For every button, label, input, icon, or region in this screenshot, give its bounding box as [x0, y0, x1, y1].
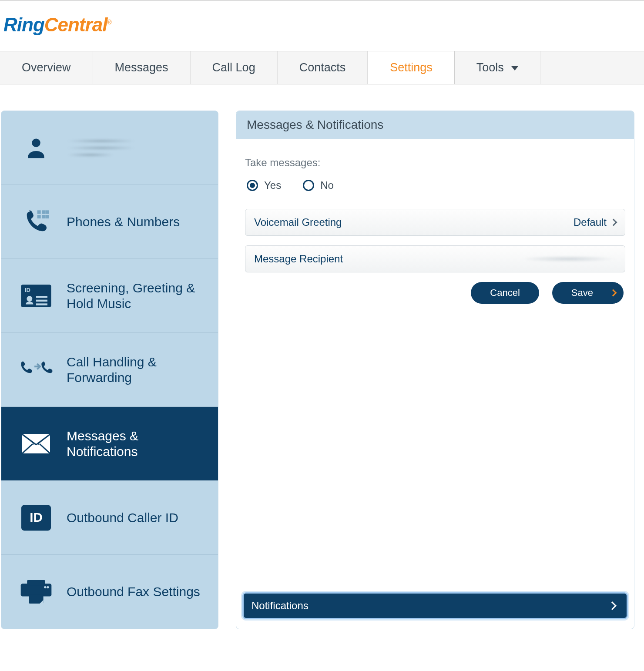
svg-rect-5: [42, 215, 45, 218]
chevron-down-icon: [511, 66, 518, 70]
user-name-redacted: [58, 136, 205, 160]
sidebar-item-label: Screening, Greeting & Hold Music: [58, 280, 205, 312]
notifications-label: Notifications: [252, 600, 309, 612]
sidebar-item-label: Outbound Caller ID: [58, 510, 205, 526]
sidebar-item-label: Call Handling & Forwarding: [58, 354, 205, 386]
id-badge-icon: ID: [14, 505, 58, 531]
tab-settings[interactable]: Settings: [368, 51, 455, 84]
radio-yes[interactable]: Yes: [247, 179, 281, 191]
content-area: Phones & Numbers ID Screening, Greeting …: [0, 84, 644, 629]
tab-calllog[interactable]: Call Log: [191, 51, 278, 84]
envelope-icon: [14, 434, 58, 453]
svg-point-29: [44, 586, 46, 588]
sidebar-item-label: Outbound Fax Settings: [58, 584, 205, 600]
panel-footer: Notifications: [236, 585, 634, 629]
sidebar-item-callhandling[interactable]: Call Handling & Forwarding: [1, 333, 218, 407]
sidebar-item-screening[interactable]: ID Screening, Greeting & Hold Music: [1, 259, 218, 333]
settings-sidebar: Phones & Numbers ID Screening, Greeting …: [1, 111, 218, 629]
svg-rect-10: [36, 296, 47, 298]
message-recipient-label: Message Recipient: [254, 253, 343, 265]
message-recipient-row[interactable]: Message Recipient: [245, 245, 625, 272]
take-messages-radio-group: Yes No: [245, 179, 625, 191]
voicemail-greeting-row[interactable]: Voicemail Greeting Default: [245, 209, 625, 236]
brand-logo: RingCentral®: [3, 14, 111, 35]
brand-part1: Ring: [3, 14, 44, 35]
main-tabs: Overview Messages Call Log Contacts Sett…: [0, 51, 644, 84]
sidebar-item-callerid[interactable]: ID Outbound Caller ID: [1, 481, 218, 555]
radio-icon: [303, 180, 314, 191]
notifications-bar[interactable]: Notifications: [242, 592, 628, 619]
fax-icon: [14, 580, 58, 604]
save-button-label: Save: [571, 287, 593, 299]
sidebar-item-user[interactable]: [1, 111, 218, 185]
tab-tools[interactable]: Tools: [455, 51, 541, 84]
take-messages-label: Take messages:: [245, 157, 625, 169]
main-panel: Messages & Notifications Take messages: …: [236, 111, 634, 629]
tab-messages[interactable]: Messages: [93, 51, 191, 84]
radio-yes-label: Yes: [264, 179, 281, 191]
sidebar-item-label: Phones & Numbers: [58, 214, 205, 230]
radio-no-label: No: [320, 179, 334, 191]
sidebar-item-fax[interactable]: Outbound Fax Settings: [1, 555, 218, 629]
svg-text:ID: ID: [25, 287, 30, 293]
svg-rect-2: [42, 210, 45, 214]
chevron-right-icon: [610, 219, 617, 226]
panel-body: Take messages: Yes No Voicemail Greeting…: [236, 139, 634, 585]
tab-tools-label: Tools: [476, 61, 504, 74]
svg-rect-1: [37, 210, 41, 214]
call-forward-icon: [14, 358, 58, 382]
logo-bar: RingCentral®: [0, 1, 644, 51]
radio-icon: [247, 180, 258, 191]
svg-text:ID: ID: [30, 510, 42, 524]
brand-reg: ®: [107, 19, 111, 26]
user-icon: [14, 136, 58, 160]
tab-contacts[interactable]: Contacts: [278, 51, 368, 84]
svg-point-30: [47, 586, 49, 588]
chevron-right-icon: [608, 601, 617, 610]
svg-rect-3: [45, 210, 49, 214]
cancel-button[interactable]: Cancel: [471, 282, 539, 304]
svg-point-0: [32, 138, 40, 147]
tab-overview[interactable]: Overview: [0, 51, 93, 84]
panel-title: Messages & Notifications: [236, 111, 634, 139]
svg-rect-26: [21, 584, 52, 596]
sidebar-item-messages[interactable]: Messages & Notifications: [1, 407, 218, 481]
message-recipient-value-wrap: [520, 256, 616, 262]
sidebar-item-phones[interactable]: Phones & Numbers: [1, 185, 218, 259]
save-button[interactable]: Save: [552, 282, 624, 304]
brand-part2: Central: [44, 14, 107, 35]
phone-icon: [14, 208, 58, 236]
svg-point-9: [27, 296, 32, 302]
svg-rect-4: [37, 215, 41, 218]
svg-rect-12: [36, 303, 47, 305]
cancel-button-label: Cancel: [490, 287, 520, 299]
voicemail-greeting-label: Voicemail Greeting: [254, 216, 342, 228]
svg-rect-11: [36, 299, 47, 301]
svg-rect-6: [45, 215, 49, 218]
svg-rect-27: [27, 580, 45, 585]
message-recipient-redacted: [520, 256, 616, 262]
voicemail-greeting-value-wrap: Default: [574, 216, 616, 228]
sidebar-item-label: Messages & Notifications: [58, 428, 205, 460]
radio-no[interactable]: No: [303, 179, 334, 191]
id-card-icon: ID: [14, 285, 58, 307]
chevron-right-icon: [610, 289, 617, 297]
voicemail-greeting-value: Default: [574, 216, 607, 228]
action-buttons: Cancel Save: [245, 282, 625, 304]
